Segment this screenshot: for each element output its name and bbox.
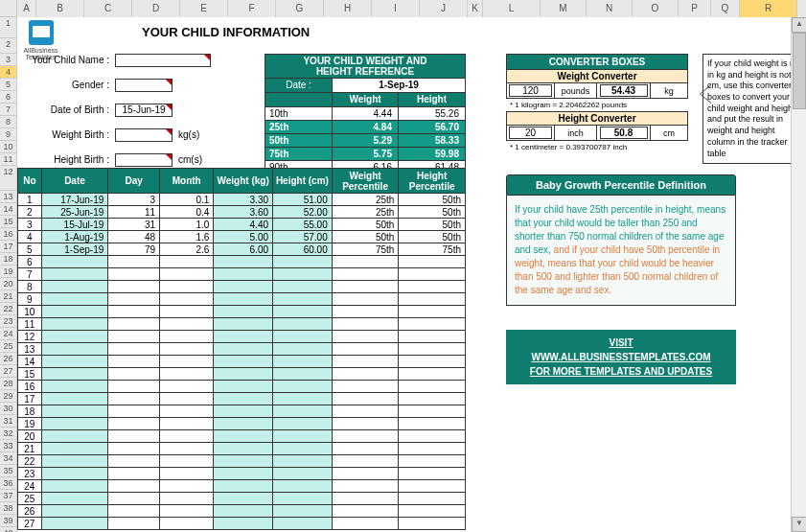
row-header-6[interactable]: 6 bbox=[0, 91, 16, 104]
table-row[interactable]: 41-Aug-19481.65.0057.0050th50th bbox=[18, 231, 466, 243]
col-header-A[interactable]: A bbox=[17, 0, 36, 17]
table-row[interactable]: 117-Jun-1930.13.3051.0025th50th bbox=[18, 194, 466, 206]
col-header-S[interactable]: S bbox=[797, 0, 806, 17]
table-row[interactable]: 13 bbox=[18, 343, 466, 356]
table-row[interactable]: 10 bbox=[18, 306, 466, 318]
row-header-26[interactable]: 26 bbox=[0, 353, 16, 365]
table-row[interactable]: 24 bbox=[18, 480, 466, 493]
row-header-9[interactable]: 9 bbox=[0, 128, 16, 141]
gender-input[interactable] bbox=[115, 79, 173, 92]
table-row[interactable]: 9 bbox=[18, 293, 466, 306]
table-row[interactable]: 315-Jul-19311.04.4055.0050th50th bbox=[18, 219, 466, 231]
table-row[interactable]: 11 bbox=[18, 318, 466, 331]
col-header-E[interactable]: E bbox=[180, 0, 228, 17]
row-header-18[interactable]: 18 bbox=[0, 253, 16, 266]
row-header-25[interactable]: 25 bbox=[0, 340, 16, 353]
row-header-27[interactable]: 27 bbox=[0, 365, 16, 378]
row-header-5[interactable]: 5 bbox=[0, 79, 16, 91]
col-header-I[interactable]: I bbox=[372, 0, 420, 17]
col-header-H[interactable]: H bbox=[324, 0, 372, 17]
dob-input[interactable]: 15-Jun-19 bbox=[115, 104, 173, 117]
row-header-37[interactable]: 37 bbox=[0, 490, 16, 502]
row-header-20[interactable]: 20 bbox=[0, 278, 16, 290]
col-header-L[interactable]: L bbox=[483, 0, 541, 17]
table-row[interactable]: 22 bbox=[18, 455, 466, 468]
table-row[interactable]: 16 bbox=[18, 381, 466, 393]
visit-link[interactable]: VISITWWW.ALLBUSINESSTEMPLATES.COMFOR MOR… bbox=[506, 330, 736, 384]
row-header-13[interactable]: 13 bbox=[0, 191, 16, 203]
table-row[interactable]: 20 bbox=[18, 430, 466, 443]
scroll-thumb[interactable] bbox=[793, 33, 806, 109]
row-header-12[interactable]: 12 bbox=[0, 166, 16, 191]
row-header-32[interactable]: 32 bbox=[0, 428, 16, 440]
row-header-8[interactable]: 8 bbox=[0, 116, 16, 128]
row-header-2[interactable]: 2 bbox=[0, 38, 16, 54]
table-row[interactable]: 27 bbox=[18, 518, 466, 530]
weight-conv-input[interactable]: 120 bbox=[509, 84, 552, 97]
scroll-up-button[interactable]: ▲ bbox=[792, 17, 806, 33]
table-row[interactable]: 19 bbox=[18, 418, 466, 430]
row-header-33[interactable]: 33 bbox=[0, 440, 16, 452]
row-header-1[interactable]: 1 bbox=[0, 17, 16, 38]
select-all-corner[interactable] bbox=[0, 0, 17, 17]
table-row[interactable]: 51-Sep-19792.66.0060.0075th75th bbox=[18, 243, 466, 256]
row-header-17[interactable]: 17 bbox=[0, 241, 16, 253]
row-header-4[interactable]: 4 bbox=[0, 66, 16, 79]
col-header-N[interactable]: N bbox=[587, 0, 633, 17]
row-header-34[interactable]: 34 bbox=[0, 452, 16, 465]
ref-date-value[interactable]: 1-Sep-19 bbox=[333, 79, 465, 92]
table-row[interactable]: 7 bbox=[18, 268, 466, 281]
col-header-Q[interactable]: Q bbox=[711, 0, 740, 17]
row-header-23[interactable]: 23 bbox=[0, 315, 16, 328]
row-header-30[interactable]: 30 bbox=[0, 403, 16, 415]
table-row[interactable]: 225-Jun-19110.43.6052.0025th50th bbox=[18, 206, 466, 219]
col-header-R[interactable]: R bbox=[740, 0, 797, 17]
table-row[interactable]: 17 bbox=[18, 393, 466, 405]
vertical-scrollbar[interactable]: ▲ ▼ bbox=[791, 17, 806, 532]
row-header-38[interactable]: 38 bbox=[0, 502, 16, 515]
wbirth-input[interactable] bbox=[115, 128, 173, 142]
col-header-J[interactable]: J bbox=[420, 0, 468, 17]
col-header-G[interactable]: G bbox=[276, 0, 324, 17]
col-header-M[interactable]: M bbox=[541, 0, 587, 17]
height-conv-input[interactable]: 20 bbox=[509, 127, 552, 139]
row-header-29[interactable]: 29 bbox=[0, 390, 16, 403]
table-row[interactable]: 23 bbox=[18, 468, 466, 480]
hbirth-input[interactable] bbox=[115, 153, 173, 167]
row-header-14[interactable]: 14 bbox=[0, 203, 16, 216]
row-header-35[interactable]: 35 bbox=[0, 465, 16, 477]
row-header-36[interactable]: 36 bbox=[0, 477, 16, 490]
col-header-P[interactable]: P bbox=[679, 0, 711, 17]
table-row[interactable]: 25 bbox=[18, 493, 466, 505]
row-header-31[interactable]: 31 bbox=[0, 415, 16, 428]
row-header-28[interactable]: 28 bbox=[0, 378, 16, 390]
row-header-10[interactable]: 10 bbox=[0, 141, 16, 153]
scroll-down-button[interactable]: ▼ bbox=[792, 517, 806, 532]
table-row[interactable]: 21 bbox=[18, 443, 466, 455]
row-header-16[interactable]: 16 bbox=[0, 228, 16, 241]
table-row[interactable]: 15 bbox=[18, 368, 466, 381]
row-header-40[interactable]: 40 bbox=[0, 527, 16, 532]
table-row[interactable]: 12 bbox=[18, 331, 466, 343]
name-input[interactable] bbox=[115, 54, 211, 67]
table-row[interactable]: 6 bbox=[18, 256, 466, 268]
row-header-22[interactable]: 22 bbox=[0, 303, 16, 315]
row-header-15[interactable]: 15 bbox=[0, 216, 16, 228]
col-header-O[interactable]: O bbox=[633, 0, 679, 17]
row-header-11[interactable]: 11 bbox=[0, 153, 16, 166]
col-header-D[interactable]: D bbox=[132, 0, 180, 17]
table-row[interactable]: 26 bbox=[18, 505, 466, 518]
col-header-K[interactable]: K bbox=[468, 0, 483, 17]
col-header-F[interactable]: F bbox=[228, 0, 276, 17]
table-row[interactable]: 8 bbox=[18, 281, 466, 293]
row-header-3[interactable]: 3 bbox=[0, 54, 16, 66]
col-header-C[interactable]: C bbox=[84, 0, 132, 17]
table-row[interactable]: 14 bbox=[18, 356, 466, 368]
row-header-19[interactable]: 19 bbox=[0, 266, 16, 278]
row-header-24[interactable]: 24 bbox=[0, 328, 16, 340]
row-header-7[interactable]: 7 bbox=[0, 104, 16, 116]
row-header-21[interactable]: 21 bbox=[0, 290, 16, 303]
row-header-39[interactable]: 39 bbox=[0, 515, 16, 527]
col-header-B[interactable]: B bbox=[36, 0, 84, 17]
table-row[interactable]: 18 bbox=[18, 405, 466, 418]
